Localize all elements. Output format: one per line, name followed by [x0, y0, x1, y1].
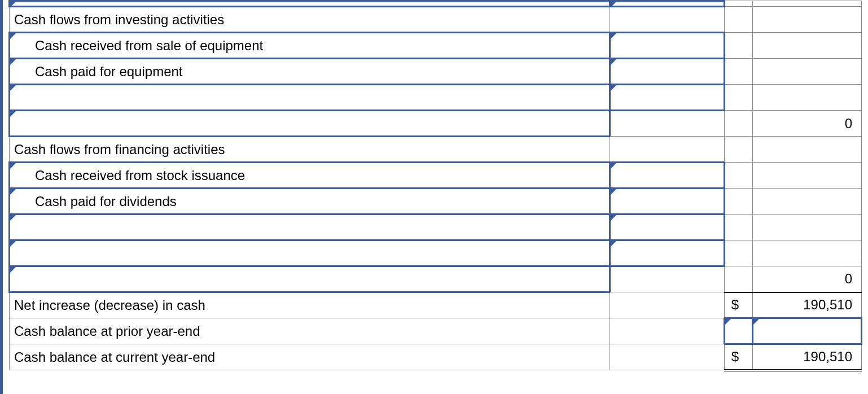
stub-val1[interactable]: [610, 1, 725, 7]
table-row: Net increase (decrease) in cash $ 190,51…: [10, 292, 862, 318]
cell-empty: [753, 85, 862, 111]
cell-empty: [753, 214, 862, 240]
cell-empty: [724, 59, 753, 85]
net-change-currency: $: [724, 292, 753, 318]
fin-blank2-desc[interactable]: [10, 240, 610, 266]
cell-empty: [724, 214, 753, 240]
inv-blank-val1[interactable]: [610, 85, 725, 111]
fin-subtotal-val: 0: [753, 266, 862, 292]
inv-blank-desc[interactable]: [10, 85, 610, 111]
cell-empty: [724, 240, 753, 266]
prior-balance-val[interactable]: [753, 318, 862, 344]
table-row: [10, 240, 862, 266]
table-row: Cash received from sale of equipment: [10, 33, 862, 59]
cell-empty: [724, 111, 753, 137]
table-row: 0: [10, 111, 862, 137]
cell-empty: [724, 266, 753, 292]
inv-line2-val1[interactable]: [610, 59, 725, 85]
fin-line2-desc[interactable]: Cash paid for dividends: [10, 189, 610, 214]
fin-line2-val1[interactable]: [610, 189, 725, 214]
cell-empty: [610, 7, 725, 33]
cell-empty: [753, 189, 862, 214]
table-row: Cash paid for equipment: [10, 59, 862, 85]
fin-subtotal-desc[interactable]: [10, 266, 610, 292]
inv-line2-desc[interactable]: Cash paid for equipment: [10, 59, 610, 85]
cell-empty: [724, 163, 753, 189]
net-change-label: Net increase (decrease) in cash: [10, 292, 610, 318]
cell-empty: [610, 111, 725, 137]
fin-blank1-desc[interactable]: [10, 214, 610, 240]
cell-empty: [724, 33, 753, 59]
ending-balance-label: Cash balance at current year-end: [10, 344, 610, 370]
cell-empty: [753, 240, 862, 266]
fin-line1-desc[interactable]: Cash received from stock issuance: [10, 163, 610, 189]
cell-empty: [610, 344, 725, 370]
cell-empty: [610, 137, 725, 163]
cell-empty: [753, 7, 862, 33]
cell-empty: [724, 137, 753, 163]
table-row: [10, 214, 862, 240]
table-row: Cash flows from investing activities: [10, 7, 862, 33]
cell-empty: [724, 189, 753, 214]
prior-balance-label: Cash balance at prior year-end: [10, 318, 610, 344]
cell-empty: [610, 292, 725, 318]
cell-empty: [753, 163, 862, 189]
table-row: Cash received from stock issuance: [10, 163, 862, 189]
cell-empty: [724, 85, 753, 111]
net-change-value: 190,510: [753, 292, 862, 318]
ending-balance-currency: $: [724, 344, 753, 370]
cell-empty: [610, 266, 725, 292]
stub-cur: [724, 1, 753, 7]
table-row: 0: [10, 266, 862, 292]
cell-empty: [753, 59, 862, 85]
inv-subtotal-val: 0: [753, 111, 862, 137]
ending-balance-value: 190,510: [753, 344, 862, 370]
table-row: Cash balance at current year-end $ 190,5…: [10, 344, 862, 370]
cell-empty: [724, 7, 753, 33]
inv-subtotal-desc[interactable]: [10, 111, 610, 137]
inv-line1-desc[interactable]: Cash received from sale of equipment: [10, 33, 610, 59]
investing-header: Cash flows from investing activities: [10, 7, 610, 33]
table-row: Cash paid for dividends: [10, 189, 862, 214]
financing-header: Cash flows from financing activities: [10, 137, 610, 163]
table-row: Cash flows from financing activities: [10, 137, 862, 163]
prior-balance-cur[interactable]: [724, 318, 753, 344]
cell-empty: [753, 33, 862, 59]
cell-empty: [610, 318, 725, 344]
table-row: Cash balance at prior year-end: [10, 318, 862, 344]
cell-empty: [753, 137, 862, 163]
fin-blank1-val1[interactable]: [610, 214, 725, 240]
fin-blank2-val1[interactable]: [610, 240, 725, 266]
table-row: [10, 1, 862, 7]
cash-flow-table: Cash flows from investing activities Cas…: [8, 0, 862, 371]
stub-val2: [753, 1, 862, 7]
inv-line1-val1[interactable]: [610, 33, 725, 59]
stub-desc[interactable]: [10, 1, 610, 7]
table-row: [10, 85, 862, 111]
fin-line1-val1[interactable]: [610, 163, 725, 189]
